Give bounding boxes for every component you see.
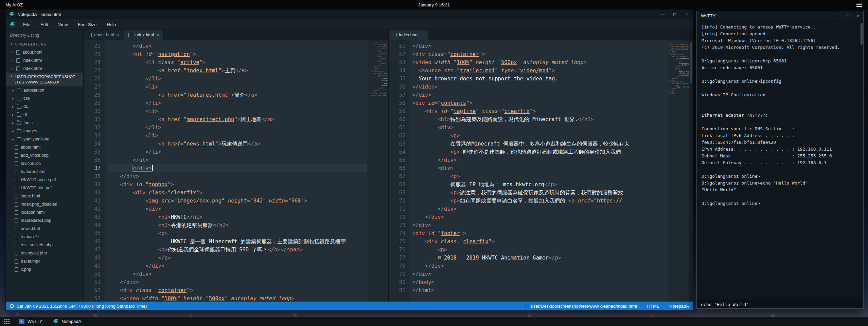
close-file-icon[interactable]: ×	[11, 50, 14, 54]
code-line: <p> 即使你不是建築師，你也能透過紅石師或鐵路工程師的身份加入我們	[412, 148, 668, 156]
tree-file-add-vhost-php[interactable]: add_vhost.php	[6, 151, 83, 159]
scrollbar-thumb[interactable]	[861, 23, 863, 45]
code-line: <b>你知道我們全球伺服器已轉用 SSD 了嗎？</b></span>	[107, 246, 367, 254]
tree-file-hkwtc-notice-pdf[interactable]: HKWTC notice.pdf	[6, 176, 83, 184]
code-line: </video>	[412, 83, 668, 91]
line-number: 30	[84, 107, 101, 115]
tree-file-news-html[interactable]: news.html	[6, 225, 83, 233]
editor-tab[interactable]: index.html×	[124, 30, 164, 40]
close-button[interactable]: ×	[853, 13, 863, 18]
file-label: testmysql.php	[21, 251, 47, 255]
tab-close-icon[interactable]: ×	[157, 33, 159, 37]
menu-item-edit[interactable]: Edit	[35, 22, 53, 27]
aroz-brand-menu[interactable]: My ArOZ	[5, 2, 23, 7]
line-number: 59	[389, 107, 406, 115]
wstty-titlebar[interactable]: WsTTY — □ ×	[697, 11, 863, 20]
terminal-input[interactable]	[697, 300, 863, 308]
line-number: 45	[84, 229, 101, 237]
tree-file-trailer-mp4[interactable]: trailer.mp4	[6, 257, 83, 265]
statusbar-language-mode[interactable]: HTML	[647, 304, 659, 309]
open-editor-item[interactable]: ×index.html	[6, 56, 83, 64]
tree-file-features-html[interactable]: features.html	[6, 168, 83, 176]
terminal-output-line: [info] Conencting to arozos WsTTY servic…	[702, 24, 858, 31]
code-line: <a href="features.html">簡介</a>	[107, 91, 367, 99]
file-label: about.html	[21, 145, 40, 150]
caret-collapsed-icon: ▸	[11, 113, 15, 117]
tree-file-favicon-ico[interactable]: favicon.ico	[6, 159, 83, 168]
close-button[interactable]: ×	[681, 12, 693, 17]
hamburger-menu-icon[interactable]	[856, 3, 862, 7]
open-editor-item[interactable]: ×about.html	[6, 48, 83, 56]
code-line: </li>	[107, 75, 367, 83]
code-area[interactable]: </div><div class="container"><video widt…	[410, 40, 668, 302]
code-editor[interactable]: 2223242526272829303132333435363738394041…	[84, 40, 388, 302]
minimap[interactable]: </div> <ul id="navigation"> <li class="a…	[367, 40, 388, 302]
root-path-line1: USER:/DESKTOP/SCREENSHOT	[15, 75, 75, 79]
tree-file-test-sockets-php[interactable]: test_sockets.php	[6, 241, 83, 249]
tree-file-about-html[interactable]: about.html	[6, 143, 83, 151]
minimap[interactable]: </div><div class="container"><video widt…	[668, 40, 689, 302]
line-number: 39	[84, 180, 101, 189]
tree-folder-dl[interactable]: ▸dl	[6, 111, 83, 119]
minimize-button[interactable]: —	[833, 13, 843, 18]
minimize-button[interactable]: —	[656, 12, 669, 17]
file-icon	[88, 33, 92, 37]
terminal-output-line	[702, 98, 858, 105]
tree-folder-autostation[interactable]: ▸autostation	[6, 86, 83, 94]
menu-item-font-size[interactable]: Font Size	[73, 22, 102, 27]
close-file-icon[interactable]: ×	[11, 66, 14, 71]
root-path-line2: /TEST/WWW CLEANED/	[15, 80, 59, 84]
taskbar: >_WsTTYNotepadA	[0, 317, 868, 326]
line-number: 74	[389, 229, 406, 237]
tree-file-x-php[interactable]: x.php	[6, 265, 83, 273]
terminal-output-line	[702, 166, 858, 173]
tree-file-teabag-7z[interactable]: teabag.7z	[6, 233, 83, 241]
taskbar-item-notepada[interactable]: NotepadA	[48, 317, 87, 326]
tab-close-icon[interactable]: ×	[117, 33, 119, 37]
menu-item-view[interactable]: View	[53, 22, 73, 27]
file-icon	[15, 210, 18, 215]
file-label: features.html	[21, 169, 45, 174]
taskbar-item-wstty[interactable]: >_WsTTY	[14, 317, 48, 326]
terminal-output-line: Link-local IPv6 Address . . . . . : fe80…	[702, 132, 858, 146]
tree-file-hkwtc-rule-pdf[interactable]: HKWTC rule.pdf	[6, 184, 83, 192]
tree-file-location-html[interactable]: location.html	[6, 208, 83, 216]
tree-folder-css[interactable]: ▸css	[6, 94, 83, 102]
tree-folder-dc[interactable]: ▸dc	[6, 102, 83, 111]
code-line: <a href="news.html">玩家傳送門</a>	[107, 140, 367, 148]
editor-tab[interactable]: about.html×	[84, 30, 124, 40]
close-file-icon[interactable]: ×	[11, 58, 14, 62]
open-editor-item[interactable]: ×index.html	[6, 64, 83, 73]
menu-item-help[interactable]: Help	[102, 22, 121, 27]
code-editor[interactable]: 5152535455565758596061626364656667686970…	[389, 40, 693, 302]
menu-item-file[interactable]: File	[18, 22, 35, 27]
tree-folder-fonts[interactable]: ▸fonts	[6, 119, 83, 127]
app-launcher-button[interactable]	[0, 317, 14, 326]
tree-file-mapredirect-php[interactable]: mapredirect.php	[6, 216, 83, 225]
notepada-logo-icon	[10, 22, 15, 27]
scrollbar-thumb[interactable]	[690, 42, 692, 83]
notepada-titlebar[interactable]: NotepadA - index.html — □ ×	[6, 9, 693, 19]
tree-file-index-html[interactable]: index.html	[6, 192, 83, 200]
line-number: 54	[389, 66, 406, 75]
scrollbar-track[interactable]	[689, 40, 693, 302]
code-line: <div class="clearfix">	[107, 189, 367, 197]
terminal-output-area[interactable]: [info] Conencting to arozos WsTTY servic…	[697, 20, 863, 300]
editor-tab[interactable]: index.html×	[389, 30, 428, 40]
tree-folder-yamiyamiland[interactable]: ▸yamiyamiland	[6, 135, 83, 143]
code-line: <p>	[107, 229, 367, 237]
line-number: 73	[389, 221, 406, 229]
line-number: 66	[389, 164, 406, 172]
maximize-button[interactable]: □	[669, 12, 681, 17]
code-area[interactable]: </div> <ul id="navigation"> <li class="a…	[105, 40, 367, 302]
notepada-window: NotepadA - index.html — □ × FileEditView…	[5, 9, 693, 311]
maximize-button[interactable]: □	[843, 13, 853, 18]
tree-folder-images[interactable]: ▸images	[6, 127, 83, 135]
tree-file-index-php-disabled[interactable]: index.php_disabled	[6, 200, 83, 208]
tab-close-icon[interactable]: ×	[421, 33, 423, 37]
workspace-root-folder[interactable]: ▾ USER:/DESKTOP/SCREENSHOT /TEST/WWW CLE…	[6, 73, 83, 86]
tree-file-testmysql-php[interactable]: testmysql.php	[6, 249, 83, 257]
line-number: 68	[389, 180, 406, 189]
line-number-gutter: 5152535455565758596061626364656667686970…	[389, 40, 410, 302]
open-editors-section[interactable]: ▾ OPEN EDITORS	[6, 40, 83, 48]
